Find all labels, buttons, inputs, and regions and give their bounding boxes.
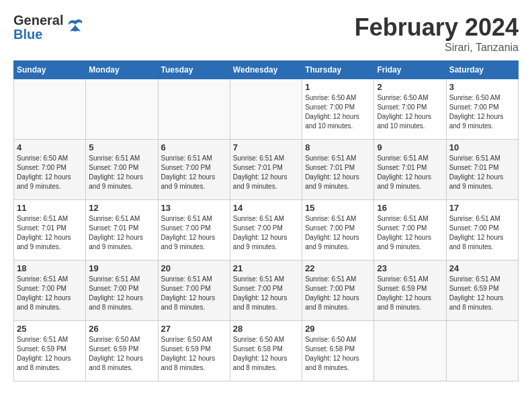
calendar-cell: 12Sunrise: 6:51 AM Sunset: 7:01 PM Dayli… [86,200,158,261]
logo: General Blue [13,13,85,42]
day-number: 4 [17,142,83,152]
day-info: Sunrise: 6:50 AM Sunset: 7:00 PM Dayligh… [377,93,443,131]
day-info: Sunrise: 6:51 AM Sunset: 7:00 PM Dayligh… [233,275,299,312]
day-header-friday: Friday [374,61,446,79]
day-number: 26 [89,324,154,334]
calendar-week-3: 11Sunrise: 6:51 AM Sunset: 7:01 PM Dayli… [14,200,519,261]
calendar-cell: 15Sunrise: 6:51 AM Sunset: 7:00 PM Dayli… [302,200,374,261]
calendar-week-2: 4Sunrise: 6:50 AM Sunset: 7:00 PM Daylig… [14,140,519,200]
calendar-cell: 18Sunrise: 6:51 AM Sunset: 7:00 PM Dayli… [14,261,86,321]
calendar-cell: 7Sunrise: 6:51 AM Sunset: 7:01 PM Daylig… [230,140,302,200]
day-number: 7 [233,142,299,152]
day-number: 15 [305,203,371,213]
day-number: 12 [89,203,154,213]
calendar-cell: 8Sunrise: 6:51 AM Sunset: 7:01 PM Daylig… [302,140,374,200]
day-info: Sunrise: 6:50 AM Sunset: 6:59 PM Dayligh… [89,335,154,373]
day-info: Sunrise: 6:51 AM Sunset: 7:01 PM Dayligh… [377,154,443,191]
day-header-thursday: Thursday [302,61,374,79]
day-number: 29 [305,324,371,334]
day-info: Sunrise: 6:51 AM Sunset: 7:00 PM Dayligh… [161,214,227,252]
day-number: 21 [233,263,299,273]
logo-general-text: General [13,13,63,28]
day-info: Sunrise: 6:51 AM Sunset: 6:59 PM Dayligh… [17,335,83,373]
calendar-cell: 23Sunrise: 6:51 AM Sunset: 6:59 PM Dayli… [374,261,446,321]
calendar-cell: 25Sunrise: 6:51 AM Sunset: 6:59 PM Dayli… [14,321,86,381]
calendar-cell: 13Sunrise: 6:51 AM Sunset: 7:00 PM Dayli… [158,200,230,261]
calendar-cell [14,79,86,140]
day-number: 6 [161,142,227,152]
day-header-wednesday: Wednesday [230,61,302,79]
day-info: Sunrise: 6:51 AM Sunset: 7:00 PM Dayligh… [161,154,227,191]
day-number: 11 [17,203,83,213]
calendar-header-row: SundayMondayTuesdayWednesdayThursdayFrid… [14,61,519,79]
calendar-cell: 19Sunrise: 6:51 AM Sunset: 7:00 PM Dayli… [86,261,158,321]
calendar-cell: 29Sunrise: 6:50 AM Sunset: 6:58 PM Dayli… [302,321,374,381]
day-info: Sunrise: 6:51 AM Sunset: 7:00 PM Dayligh… [449,214,515,252]
day-info: Sunrise: 6:51 AM Sunset: 6:59 PM Dayligh… [377,275,443,312]
calendar-cell: 11Sunrise: 6:51 AM Sunset: 7:01 PM Dayli… [14,200,86,261]
calendar-cell [446,321,518,381]
calendar-cell: 20Sunrise: 6:51 AM Sunset: 7:00 PM Dayli… [158,261,230,321]
calendar-cell: 17Sunrise: 6:51 AM Sunset: 7:00 PM Dayli… [446,200,518,261]
calendar-cell [230,79,302,140]
calendar-cell [374,321,446,381]
calendar-cell: 5Sunrise: 6:51 AM Sunset: 7:00 PM Daylig… [86,140,158,200]
day-info: Sunrise: 6:51 AM Sunset: 7:00 PM Dayligh… [305,275,371,312]
calendar-body: 1Sunrise: 6:50 AM Sunset: 7:00 PM Daylig… [14,79,519,381]
day-info: Sunrise: 6:51 AM Sunset: 7:01 PM Dayligh… [89,214,154,252]
day-info: Sunrise: 6:51 AM Sunset: 7:00 PM Dayligh… [161,275,227,312]
day-header-tuesday: Tuesday [158,61,230,79]
day-info: Sunrise: 6:50 AM Sunset: 6:58 PM Dayligh… [305,335,371,373]
day-info: Sunrise: 6:50 AM Sunset: 6:58 PM Dayligh… [233,335,299,373]
day-info: Sunrise: 6:51 AM Sunset: 7:00 PM Dayligh… [305,214,371,252]
day-number: 28 [233,324,299,334]
day-info: Sunrise: 6:51 AM Sunset: 7:00 PM Dayligh… [89,275,154,312]
day-header-monday: Monday [86,61,158,79]
calendar-cell: 26Sunrise: 6:50 AM Sunset: 6:59 PM Dayli… [86,321,158,381]
day-info: Sunrise: 6:51 AM Sunset: 7:00 PM Dayligh… [17,275,83,312]
day-info: Sunrise: 6:51 AM Sunset: 6:59 PM Dayligh… [449,275,515,312]
logo-blue-text: Blue [13,28,63,42]
day-info: Sunrise: 6:51 AM Sunset: 7:00 PM Dayligh… [377,214,443,252]
calendar-cell: 27Sunrise: 6:50 AM Sunset: 6:59 PM Dayli… [158,321,230,381]
calendar-cell: 9Sunrise: 6:51 AM Sunset: 7:01 PM Daylig… [374,140,446,200]
calendar-week-5: 25Sunrise: 6:51 AM Sunset: 6:59 PM Dayli… [14,321,519,381]
day-number: 5 [89,142,154,152]
page-header: General Blue February 2024 Sirari, Tanza… [13,13,519,54]
calendar-cell: 14Sunrise: 6:51 AM Sunset: 7:00 PM Dayli… [230,200,302,261]
calendar-cell: 24Sunrise: 6:51 AM Sunset: 6:59 PM Dayli… [446,261,518,321]
day-number: 8 [305,142,371,152]
day-number: 14 [233,203,299,213]
calendar-week-1: 1Sunrise: 6:50 AM Sunset: 7:00 PM Daylig… [14,79,519,140]
day-number: 20 [161,263,227,273]
day-number: 19 [89,263,154,273]
day-header-saturday: Saturday [446,61,518,79]
logo-bird-icon [66,17,85,36]
title-block: February 2024 Sirari, Tanzania [355,13,519,54]
calendar-cell: 4Sunrise: 6:50 AM Sunset: 7:00 PM Daylig… [14,140,86,200]
day-number: 25 [17,324,83,334]
day-info: Sunrise: 6:51 AM Sunset: 7:01 PM Dayligh… [305,154,371,191]
calendar-week-4: 18Sunrise: 6:51 AM Sunset: 7:00 PM Dayli… [14,261,519,321]
day-info: Sunrise: 6:51 AM Sunset: 7:01 PM Dayligh… [17,214,83,252]
day-number: 9 [377,142,443,152]
calendar-cell: 21Sunrise: 6:51 AM Sunset: 7:00 PM Dayli… [230,261,302,321]
day-number: 1 [305,82,371,92]
day-number: 18 [17,263,83,273]
calendar-cell: 16Sunrise: 6:51 AM Sunset: 7:00 PM Dayli… [374,200,446,261]
day-header-sunday: Sunday [14,61,86,79]
day-number: 17 [449,203,515,213]
calendar-cell [158,79,230,140]
month-year-title: February 2024 [355,13,519,42]
day-info: Sunrise: 6:50 AM Sunset: 7:00 PM Dayligh… [449,93,515,131]
day-number: 27 [161,324,227,334]
day-info: Sunrise: 6:51 AM Sunset: 7:01 PM Dayligh… [233,154,299,191]
day-number: 10 [449,142,515,152]
day-info: Sunrise: 6:50 AM Sunset: 7:00 PM Dayligh… [17,154,83,191]
calendar-cell: 6Sunrise: 6:51 AM Sunset: 7:00 PM Daylig… [158,140,230,200]
day-number: 3 [449,82,515,92]
day-info: Sunrise: 6:51 AM Sunset: 7:00 PM Dayligh… [233,214,299,252]
day-number: 2 [377,82,443,92]
calendar-cell: 10Sunrise: 6:51 AM Sunset: 7:01 PM Dayli… [446,140,518,200]
day-number: 16 [377,203,443,213]
